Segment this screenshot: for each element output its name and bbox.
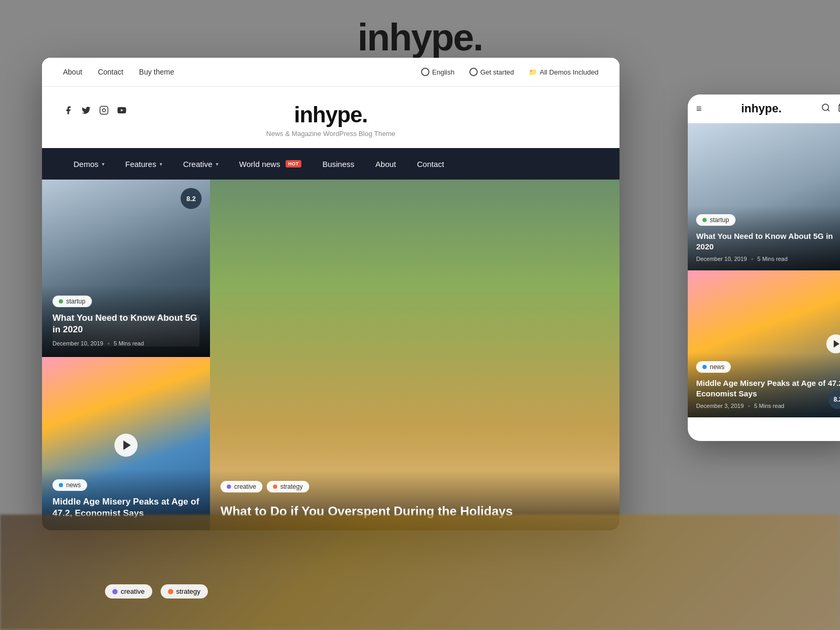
chevron-icon: ▾: [102, 161, 104, 167]
score-badge: 8.2: [181, 188, 202, 209]
mobile-overlay: ≡ inhype. startup What You Need to Know …: [688, 94, 840, 441]
utility-bar-right: English Get started 📁 All Demos Included: [421, 68, 598, 76]
mobile-search-icon[interactable]: [821, 103, 831, 115]
folder-icon: 📁: [529, 68, 537, 76]
play-button[interactable]: [114, 434, 138, 457]
mobile-card-title-1: What You Need to Know About 5G in 2020: [696, 231, 840, 251]
mobile-overlay-1: startup What You Need to Know About 5G i…: [688, 206, 840, 270]
creative-badge: creative: [220, 481, 262, 492]
site-tagline: News & Magazine WordPress Blog Theme: [266, 130, 395, 138]
mobile-card-misery[interactable]: news Middle Age Misery Peaks at Age of 4…: [688, 270, 840, 417]
svg-rect-0: [100, 107, 108, 114]
blue-dot: [59, 483, 63, 487]
site-header: inhype. News & Magazine WordPress Blog T…: [42, 87, 620, 148]
mobile-card-meta-2: December 3, 2019 ◦ 5 Mins read: [696, 403, 840, 409]
mobile-news-badge: news: [696, 361, 731, 373]
mobile-overlay-2: news Middle Age Misery Peaks at Age of 4…: [688, 353, 840, 417]
help-icon: [469, 68, 478, 76]
facebook-icon[interactable]: [63, 105, 74, 116]
nav-business[interactable]: Business: [312, 148, 365, 180]
blue-dot: [702, 365, 707, 369]
nav-world-news[interactable]: World news HOT: [229, 148, 312, 180]
mobile-cart-icon[interactable]: [838, 103, 840, 115]
buy-theme-link[interactable]: Buy theme: [139, 68, 174, 76]
green-dot: [59, 299, 63, 303]
utility-bar-left: About Contact Buy theme: [63, 68, 174, 76]
card-overlay: startup What You Need to Know About 5G i…: [42, 285, 210, 356]
get-started-option[interactable]: Get started: [469, 68, 514, 76]
browser-window: About Contact Buy theme English Get star…: [42, 58, 620, 530]
bottom-strategy-badge: strategy: [161, 584, 208, 598]
instagram-icon[interactable]: [99, 105, 109, 116]
utility-bar: About Contact Buy theme English Get star…: [42, 58, 620, 87]
card-title: What You Need to Know About 5G in 2020: [52, 312, 200, 335]
contact-link[interactable]: Contact: [98, 68, 123, 76]
orange-dot: [168, 589, 173, 594]
nav-features[interactable]: Features ▾: [115, 148, 173, 180]
card-startup[interactable]: 8.2 startup What You Need to Know About …: [42, 180, 210, 357]
globe-icon: [421, 68, 429, 76]
mobile-card-meta-1: December 10, 2019 ◦ 5 Mins read: [696, 256, 840, 262]
startup-badge: startup: [52, 296, 92, 307]
bottom-creative-badge: creative: [105, 584, 152, 598]
nav-demos[interactable]: Demos ▾: [63, 148, 115, 180]
mobile-card-title-2: Middle Age Misery Peaks at Age of 47.2, …: [696, 378, 840, 398]
card-holidays[interactable]: creative strategy What to Do if You Over…: [210, 180, 620, 530]
svg-line-4: [827, 109, 829, 111]
mobile-topbar: ≡ inhype.: [688, 94, 840, 123]
about-link[interactable]: About: [63, 68, 82, 76]
svg-point-3: [822, 104, 828, 110]
purple-dot: [227, 485, 231, 489]
english-option[interactable]: English: [421, 68, 455, 76]
nav-contact[interactable]: Contact: [406, 148, 455, 180]
mobile-card-startup[interactable]: startup What You Need to Know About 5G i…: [688, 123, 840, 270]
hot-badge: HOT: [286, 160, 302, 167]
social-icons: [63, 105, 127, 116]
mobile-logo[interactable]: inhype.: [741, 102, 782, 116]
twitter-icon[interactable]: [81, 105, 91, 116]
purple-dot: [112, 589, 118, 594]
green-dot: [702, 218, 707, 222]
card-meta: December 10, 2019 ◦ 5 Mins read: [52, 340, 200, 346]
chevron-icon: ▾: [160, 161, 162, 167]
mobile-startup-badge: startup: [696, 214, 736, 226]
content-grid: 8.2 startup What You Need to Know About …: [42, 180, 620, 530]
main-nav: Demos ▾ Features ▾ Creative ▾ World news…: [42, 148, 620, 180]
strategy-badge: strategy: [267, 481, 309, 492]
chevron-icon: ▾: [216, 161, 218, 167]
bg-title: inhype.: [0, 16, 840, 59]
mobile-menu-icon[interactable]: ≡: [696, 103, 702, 114]
bottom-blurred-area: [0, 514, 840, 630]
all-demos-option[interactable]: 📁 All Demos Included: [529, 68, 598, 76]
bottom-badges: creative strategy: [105, 584, 208, 598]
mobile-action-icons: [821, 103, 840, 115]
news-badge: news: [52, 479, 87, 491]
multi-badges: creative strategy: [220, 481, 609, 498]
orange-dot: [273, 485, 277, 489]
nav-creative[interactable]: Creative ▾: [173, 148, 229, 180]
card-misery[interactable]: news Middle Age Misery Peaks at Age of 4…: [42, 357, 210, 531]
site-logo[interactable]: inhype.: [294, 102, 368, 128]
nav-about[interactable]: About: [365, 148, 406, 180]
youtube-icon[interactable]: [117, 105, 127, 116]
